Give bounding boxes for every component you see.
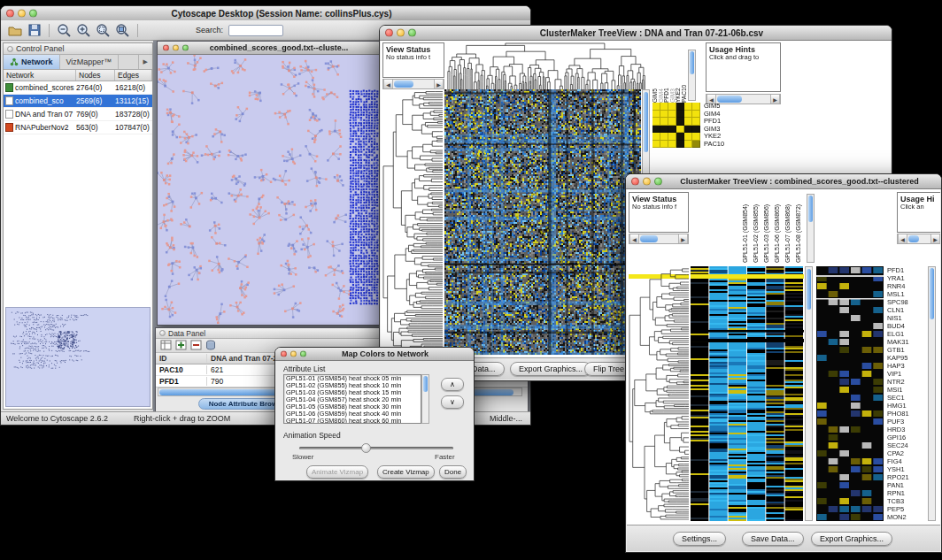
- zoom-out-icon[interactable]: [56, 22, 73, 39]
- minimize-button[interactable]: [18, 10, 26, 18]
- panel-float-icon[interactable]: [7, 46, 13, 52]
- gene-label[interactable]: HAP3: [887, 362, 926, 370]
- scroll-track[interactable]: [659, 234, 678, 243]
- export-graphics-button[interactable]: Export Graphics...: [811, 532, 892, 546]
- delete-attribute-icon[interactable]: [190, 338, 202, 354]
- matrix-cell[interactable]: [676, 111, 684, 119]
- close-button[interactable]: [281, 351, 287, 357]
- network-row[interactable]: RNAPuberNov2 563(0) 107847(0): [4, 121, 152, 134]
- zoom-button[interactable]: [654, 178, 662, 186]
- gene-label[interactable]: GTB1: [887, 346, 926, 354]
- hscroll-thumb[interactable]: [717, 96, 742, 103]
- zoom-button[interactable]: [300, 351, 306, 357]
- network-row[interactable]: combined_scores 2764(0) 16218(0): [4, 81, 152, 95]
- network-canvas[interactable]: [158, 55, 379, 325]
- matrix-cell[interactable]: [692, 141, 700, 149]
- tab-overflow-arrow[interactable]: ▶: [138, 55, 152, 69]
- scroll-track[interactable]: [920, 234, 930, 243]
- gene-label[interactable]: PUF3: [887, 418, 926, 426]
- zoom-vscrollbar[interactable]: [688, 50, 696, 101]
- matrix-cell[interactable]: [668, 133, 676, 141]
- tv1-row-dendrogram[interactable]: [382, 89, 443, 355]
- map-colors-titlebar[interactable]: Map Colors to Network: [275, 348, 474, 361]
- attribute-list-vscrollbar[interactable]: [421, 374, 429, 424]
- tv2-heatmap-main[interactable]: [691, 266, 804, 521]
- gene-list-vscrollbar[interactable]: [928, 266, 936, 521]
- network-overview-thumbnail[interactable]: [5, 307, 151, 407]
- select-attributes-icon[interactable]: [160, 338, 172, 354]
- matrix-cell[interactable]: [676, 103, 684, 111]
- vscroll-thumb[interactable]: [644, 92, 648, 152]
- gene-label[interactable]: MSI1: [887, 386, 926, 394]
- gene-label[interactable]: PAN1: [887, 481, 926, 489]
- matrix-cell[interactable]: [684, 118, 692, 126]
- scroll-right-arrow[interactable]: ▶: [678, 234, 688, 243]
- gene-label[interactable]: NIS1: [887, 314, 926, 322]
- close-button[interactable]: [163, 45, 169, 51]
- matrix-cell[interactable]: [652, 126, 660, 134]
- network-view-titlebar[interactable]: combined_scores_good.txt--cluste...: [158, 42, 379, 55]
- gene-label[interactable]: YSH1: [887, 465, 926, 473]
- matrix-cell[interactable]: [660, 126, 668, 134]
- zoom-button[interactable]: [408, 29, 416, 37]
- scroll-left-arrow[interactable]: ◀: [383, 80, 393, 88]
- matrix-cell[interactable]: [660, 133, 668, 141]
- attribute-db-icon[interactable]: [205, 338, 216, 354]
- scroll-track[interactable]: [414, 80, 434, 88]
- close-button[interactable]: [385, 29, 393, 37]
- panel-float-icon[interactable]: [159, 330, 166, 336]
- matrix-cell[interactable]: [668, 103, 676, 111]
- gene-label[interactable]: NTR2: [887, 378, 926, 386]
- control-panel-header[interactable]: Control Panel: [4, 43, 152, 55]
- scroll-left-arrow[interactable]: ◀: [898, 234, 907, 243]
- gene-label[interactable]: RNR4: [887, 282, 926, 290]
- matrix-cell[interactable]: [676, 118, 684, 126]
- close-button[interactable]: [631, 178, 639, 186]
- gene-label[interactable]: MAK31: [887, 338, 926, 346]
- tab-vizmapper[interactable]: VizMapper™: [60, 55, 120, 69]
- minimize-button[interactable]: [173, 45, 179, 51]
- move-down-button[interactable]: ∨: [441, 395, 464, 409]
- settings-button[interactable]: Settings...: [673, 532, 726, 546]
- matrix-cell[interactable]: [652, 103, 660, 111]
- animation-speed-slider[interactable]: [299, 447, 453, 449]
- matrix-cell[interactable]: [692, 118, 700, 126]
- create-attribute-icon[interactable]: [175, 338, 187, 354]
- view-status-hscrollbar[interactable]: ◀▶: [629, 234, 689, 244]
- gene-label[interactable]: BUD4: [887, 322, 926, 330]
- slider-knob[interactable]: [361, 443, 371, 453]
- gene-label[interactable]: SEC24: [887, 441, 926, 449]
- gene-label[interactable]: FIG4: [887, 457, 926, 465]
- zoom-selected-icon[interactable]: [95, 22, 112, 39]
- matrix-cell[interactable]: [676, 141, 684, 149]
- gene-label[interactable]: KAP95: [887, 354, 926, 362]
- scroll-track[interactable]: [743, 95, 770, 104]
- save-icon[interactable]: [26, 22, 42, 39]
- treeview-dna-titlebar[interactable]: ClusterMaker TreeView : DNA and Tran 07-…: [380, 26, 892, 41]
- usage-hints-hscrollbar[interactable]: ◀▶: [897, 234, 940, 244]
- matrix-cell[interactable]: [692, 111, 700, 119]
- gene-label[interactable]: YRA1: [887, 274, 926, 282]
- tv2-heatmap-vscrollbar[interactable]: [805, 266, 813, 521]
- gene-label[interactable]: PEP5: [887, 505, 926, 513]
- matrix-cell[interactable]: [668, 141, 676, 149]
- zoom-button[interactable]: [29, 10, 37, 18]
- minimize-button[interactable]: [290, 351, 297, 357]
- search-input[interactable]: [228, 25, 283, 36]
- matrix-cell[interactable]: [660, 111, 668, 119]
- vscroll-thumb[interactable]: [808, 196, 813, 222]
- matrix-cell[interactable]: [684, 133, 692, 141]
- attribute-item[interactable]: GPL51-07 (GSM860) heat shock 60 min: [284, 418, 421, 424]
- matrix-cell[interactable]: [668, 126, 676, 134]
- matrix-cell[interactable]: [684, 126, 692, 134]
- vscroll-thumb[interactable]: [690, 51, 694, 74]
- hscroll-thumb[interactable]: [908, 235, 919, 242]
- gene-label[interactable]: PFD1: [887, 266, 926, 274]
- top-vscrollbar[interactable]: [807, 194, 815, 263]
- matrix-cell[interactable]: [668, 111, 676, 119]
- close-button[interactable]: [6, 10, 14, 18]
- gene-label[interactable]: MON2: [887, 513, 926, 521]
- scroll-right-arrow[interactable]: ▶: [930, 234, 940, 243]
- network-row[interactable]: combined_sco 2569(6) 13112(15): [4, 95, 152, 108]
- tv1-col-dendrogram[interactable]: [446, 42, 646, 89]
